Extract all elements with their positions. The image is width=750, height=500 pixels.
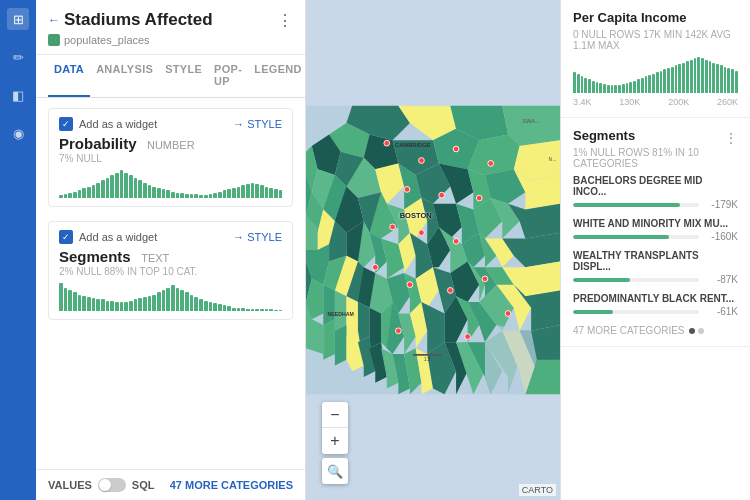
dot-2[interactable] <box>698 328 704 334</box>
per-capita-histogram <box>573 57 738 93</box>
icon-bar: ⊞ ✏ ◧ ◉ <box>0 0 36 500</box>
svg-point-108 <box>404 187 410 193</box>
tab-data[interactable]: DATA <box>48 55 90 97</box>
probability-type: NUMBER <box>147 139 195 151</box>
segment-value-0: -179K <box>703 199 738 210</box>
segment-bar-track-0 <box>573 203 699 207</box>
svg-point-106 <box>453 146 459 152</box>
eye-icon[interactable]: ◉ <box>7 122 29 144</box>
segments-add-label: Add as a widget <box>79 231 157 243</box>
svg-point-110 <box>476 195 482 201</box>
svg-rect-126 <box>413 354 442 356</box>
segment-bar-fill-1 <box>573 235 669 239</box>
values-toggle[interactable] <box>98 478 126 492</box>
tab-bar: DATA ANALYSIS STYLE POP-UP LEGEND <box>36 55 305 98</box>
dot-1[interactable] <box>689 328 695 334</box>
probability-name: Probability <box>59 135 137 152</box>
svg-point-119 <box>465 334 471 340</box>
segment-item: PREDOMINANTLY BLACK RENT... -61K <box>573 293 738 317</box>
segment-bar-fill-3 <box>573 310 613 314</box>
segments-style-link[interactable]: → STYLE <box>233 231 282 243</box>
tab-legend[interactable]: LEGEND <box>248 55 308 97</box>
panel-title: Stadiums Affected <box>64 10 213 30</box>
segments-meta: 1% NULL ROWS 81% IN 10 CATEGORIES <box>573 147 738 169</box>
svg-point-112 <box>419 230 425 236</box>
per-capita-meta: 0 NULL ROWS 17K MIN 142K AVG 1.1M MAX <box>573 29 738 51</box>
back-button[interactable]: ← Stadiums Affected <box>48 10 213 30</box>
svg-point-114 <box>372 264 378 270</box>
map-attribution: CARTO <box>519 484 556 496</box>
panel-footer: VALUES SQL 47 MORE CATEGORIES <box>36 469 305 500</box>
segments-more-icon[interactable]: ⋮ <box>724 130 738 146</box>
layers-icon[interactable]: ◧ <box>7 84 29 106</box>
probability-add-label: Add as a widget <box>79 118 157 130</box>
segment-item: WEALTHY TRANSPLANTS DISPL... -87K <box>573 250 738 285</box>
segments-histogram <box>59 283 282 311</box>
layer-subtitle: populates_places <box>64 34 150 46</box>
segment-bar-track-2 <box>573 278 699 282</box>
more-categories-link[interactable]: 47 MORE CATEGORIES <box>170 479 293 491</box>
per-capita-title: Per Capita Income <box>573 10 738 25</box>
segment-bar-fill-2 <box>573 278 630 282</box>
layer-type-icon <box>48 34 60 46</box>
zoom-plus-button[interactable]: + <box>322 428 348 454</box>
probability-checkbox[interactable] <box>59 117 73 131</box>
svg-marker-69 <box>323 285 335 325</box>
svg-point-113 <box>453 238 459 244</box>
probability-widget: Add as a widget → STYLE Probability NUMB… <box>48 108 293 207</box>
svg-text:BOSTON: BOSTON <box>400 211 432 220</box>
more-categories-row: 47 MORE CATEGORIES <box>573 325 738 336</box>
probability-meta: 7% NULL <box>59 153 282 164</box>
svg-text:NEEDHAM: NEEDHAM <box>328 311 354 317</box>
left-panel: ← Stadiums Affected ⋮ populates_places D… <box>36 0 306 500</box>
per-capita-section: Per Capita Income 0 NULL ROWS 17K MIN 14… <box>561 0 750 118</box>
svg-marker-87 <box>335 325 347 365</box>
tab-popup[interactable]: POP-UP <box>208 55 248 97</box>
panel-header: ← Stadiums Affected ⋮ populates_places <box>36 0 305 55</box>
svg-marker-70 <box>335 290 347 330</box>
svg-point-117 <box>482 276 488 282</box>
edit-icon[interactable]: ✏ <box>7 46 29 68</box>
segment-bar-track-3 <box>573 310 699 314</box>
segment-bar-track-1 <box>573 235 699 239</box>
segments-type: TEXT <box>141 252 169 264</box>
svg-marker-86 <box>323 319 335 359</box>
segment-name-2: WEALTHY TRANSPLANTS DISPL... <box>573 250 738 272</box>
svg-marker-73 <box>370 308 382 348</box>
svg-point-111 <box>390 224 396 230</box>
right-panel: Per Capita Income 0 NULL ROWS 17K MIN 14… <box>560 0 750 500</box>
svg-text:N...: N... <box>548 156 556 162</box>
segment-value-1: -160K <box>703 231 738 242</box>
tab-style[interactable]: STYLE <box>159 55 208 97</box>
map-search-button[interactable]: 🔍 <box>322 458 348 484</box>
svg-point-109 <box>439 192 445 198</box>
segment-value-3: -61K <box>703 306 738 317</box>
segment-item: WHITE AND MINORITY MIX MU... -160K <box>573 218 738 242</box>
svg-text:SWA...: SWA... <box>522 118 540 124</box>
segment-name-0: BACHELORS DEGREE MID INCO... <box>573 175 738 197</box>
map-area[interactable]: BOSTON CAMBRIDGE NEEDHAM SWA... N... 1.5… <box>306 0 560 500</box>
probability-style-link[interactable]: → STYLE <box>233 118 282 130</box>
svg-point-115 <box>407 282 413 288</box>
svg-point-118 <box>395 328 401 334</box>
segments-title: Segments <box>573 128 635 143</box>
segment-bar-fill-0 <box>573 203 680 207</box>
svg-point-104 <box>384 140 390 146</box>
probability-histogram <box>59 170 282 198</box>
svg-point-107 <box>488 161 494 167</box>
segments-checkbox[interactable] <box>59 230 73 244</box>
segment-name-3: PREDOMINANTLY BLACK RENT... <box>573 293 738 304</box>
more-categories-label[interactable]: 47 MORE CATEGORIES <box>573 325 685 336</box>
zoom-minus-button[interactable]: − <box>322 402 348 428</box>
svg-point-105 <box>419 158 425 164</box>
segments-widget: Add as a widget → STYLE Segments TEXT 2%… <box>48 221 293 320</box>
map-controls: − + 🔍 <box>322 402 348 484</box>
per-capita-hist-labels: 3.4K 130K 200K 260K <box>573 97 738 107</box>
sql-label: SQL <box>132 479 155 491</box>
tab-analysis[interactable]: ANALYSIS <box>90 55 159 97</box>
dot-navigation <box>689 328 704 334</box>
svg-point-120 <box>505 311 511 317</box>
more-options-icon[interactable]: ⋮ <box>277 11 293 30</box>
panel-content: Add as a widget → STYLE Probability NUMB… <box>36 98 305 469</box>
grid-icon[interactable]: ⊞ <box>7 8 29 30</box>
